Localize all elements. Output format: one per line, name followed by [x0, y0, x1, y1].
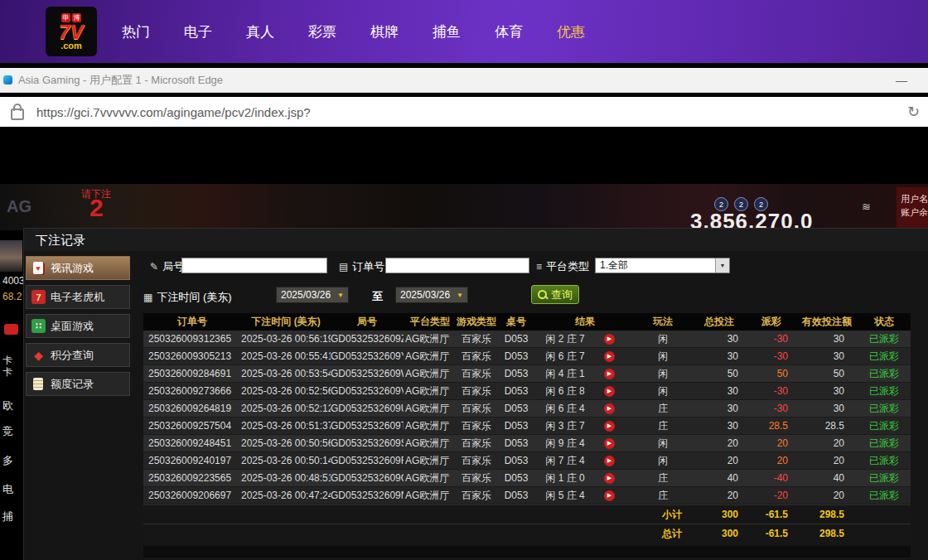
lock-icon: [11, 109, 24, 120]
payout-cell: 50: [747, 368, 796, 379]
minimize-button[interactable]: —: [896, 74, 907, 87]
chevron-down-icon: ▼: [337, 292, 344, 299]
url-text[interactable]: https://gci.7vvvvvv.com/agingame/pcv2/in…: [36, 105, 311, 119]
refresh-icon[interactable]: ↻: [907, 103, 920, 121]
play-icon[interactable]: ▶: [604, 421, 615, 432]
play-icon[interactable]: ▶: [604, 456, 615, 466]
sidebar-item[interactable]: 积分查询: [26, 343, 130, 367]
platform-type-select[interactable]: 1.全部 ▼: [595, 258, 730, 273]
valid-bet-cell: 20: [796, 455, 858, 466]
table-row: 2503260093123652025-03-26 00:56:19GD0532…: [143, 331, 911, 348]
total-valid: 298.5: [796, 528, 858, 539]
play-type-cell: 闲: [634, 384, 692, 398]
subtotal-row: 小计 300 -61.5 298.5: [143, 504, 911, 524]
logo-suffix: .com: [60, 41, 82, 51]
play-icon[interactable]: ▶: [604, 351, 615, 362]
order-number-label-text: 订单号: [352, 259, 384, 274]
user-name-label: 用户名称:: [901, 192, 928, 205]
site-logo[interactable]: 申 博 7V .com: [46, 7, 97, 56]
platform-cell: AG欧洲厅: [404, 367, 457, 381]
result-text: 闲 5 庄 4: [536, 489, 594, 503]
game-cell: 百家乐: [457, 419, 496, 433]
table-row: 2503260092235652025-03-26 00:48:51GD0532…: [143, 470, 911, 487]
nav-item[interactable]: 棋牌: [370, 22, 399, 41]
bet-time-label: 下注时间 (美东): [143, 289, 232, 306]
menu-fragment: 多: [2, 453, 13, 468]
result-text: 闲 7 庄 4: [536, 454, 594, 468]
valid-bet-cell: 30: [796, 333, 858, 345]
platform-cell: AG欧洲厅: [404, 419, 457, 433]
platform-cell: AG欧洲厅: [404, 350, 457, 364]
play-icon[interactable]: ▶: [604, 403, 615, 414]
dice-icon: [31, 319, 46, 333]
status-cell: 已派彩: [858, 367, 911, 381]
table-cell: D053: [496, 350, 536, 362]
nav-item[interactable]: 体育: [495, 22, 523, 41]
result-cell: 闲 2 庄 7▶: [536, 332, 634, 346]
account-balance-label: 账户余额:: [901, 205, 928, 219]
play-type-cell: 庄: [634, 419, 692, 433]
promo-badge-icon: [4, 324, 18, 335]
column-header: 下注时间 (美东): [241, 315, 331, 329]
nav-menu: 热门电子真人彩票棋牌捕鱼体育优惠: [122, 22, 585, 41]
play-icon[interactable]: ▶: [604, 334, 615, 345]
nav-item[interactable]: 捕鱼: [433, 22, 461, 41]
nav-item[interactable]: 热门: [122, 22, 150, 41]
slot-icon: [31, 290, 46, 304]
table-cell: D053: [496, 455, 536, 466]
bet-table-body: 2503260093123652025-03-26 00:56:19GD0532…: [143, 331, 911, 504]
play-icon[interactable]: ▶: [604, 438, 615, 449]
search-button[interactable]: 查询: [531, 285, 579, 304]
platform-cell: AG欧洲厅: [404, 332, 457, 346]
status-cell: 已派彩: [858, 489, 911, 503]
table-cell: D053: [496, 437, 536, 449]
order-cell: 250326009312365: [143, 333, 241, 345]
game-cell: 百家乐: [457, 350, 496, 364]
date-to-value: 2025/03/26: [400, 289, 450, 301]
date-from-picker[interactable]: 2025/03/26 ▼: [276, 287, 349, 303]
round-cell: GD0532532609S: [331, 437, 404, 449]
result-cell: 闲 9 庄 4▶: [536, 437, 634, 451]
status-cell: 已派彩: [858, 437, 911, 451]
sidebar-item-label: 积分查询: [51, 348, 94, 363]
round-cell: GD0532532609R: [331, 455, 404, 466]
column-header: 游戏类型: [457, 315, 496, 329]
nav-item[interactable]: 真人: [246, 22, 274, 41]
platform-cell: AG欧洲厅: [404, 454, 457, 468]
table-row: 2503260092575042025-03-26 00:51:37GD0532…: [143, 418, 911, 435]
result-cell: 闲 5 庄 4▶: [536, 489, 634, 503]
round-number-input[interactable]: [181, 258, 327, 273]
sidebar-item[interactable]: 电子老虎机: [26, 285, 130, 309]
play-icon[interactable]: ▶: [604, 386, 615, 397]
payout-cell: 28.5: [747, 420, 796, 432]
nav-item[interactable]: 电子: [184, 22, 212, 41]
nav-item[interactable]: 彩票: [308, 22, 336, 41]
round-cell: GD0532532609N: [331, 490, 404, 501]
column-header: 订单号: [143, 315, 241, 329]
result-text: 闲 9 庄 4: [536, 437, 594, 451]
game-cell: 百家乐: [457, 454, 496, 468]
order-cell: 250326009248451: [143, 437, 241, 449]
range-separator: 至: [372, 289, 383, 304]
result-cell: 闲 7 庄 4▶: [536, 454, 634, 468]
bet-records-table: 订单号下注时间 (美东)局号平台类型游戏类型桌号结果玩法总投注派彩有效投注额状态…: [143, 313, 911, 558]
order-number-input[interactable]: [385, 258, 529, 273]
sidebar-item[interactable]: 视讯游戏: [26, 256, 130, 280]
nav-item[interactable]: 优惠: [557, 22, 585, 41]
wifi-icon: [862, 200, 871, 213]
platform-type-label-text: 平台类型: [546, 259, 589, 274]
bet-time-label-text: 下注时间 (美东): [157, 290, 231, 305]
subtotal-valid: 298.5: [796, 509, 858, 520]
play-icon[interactable]: ▶: [604, 473, 615, 484]
browser-titlebar: Asia Gaming - 用户配置 1 - Microsoft Edge —: [0, 68, 928, 93]
table-footer: [143, 546, 911, 558]
valid-bet-cell: 30: [796, 350, 858, 362]
play-icon[interactable]: ▶: [604, 369, 615, 379]
date-to-picker[interactable]: 2025/03/26 ▼: [395, 287, 468, 303]
sidebar-item[interactable]: 桌面游戏: [26, 314, 130, 338]
valid-bet-cell: 20: [796, 490, 858, 501]
play-icon[interactable]: ▶: [604, 490, 615, 501]
sidebar-item[interactable]: 额度记录: [26, 372, 130, 396]
browser-addressbar: https://gci.7vvvvvv.com/agingame/pcv2/in…: [0, 97, 928, 127]
time-cell: 2025-03-26 00:48:51: [241, 472, 331, 484]
